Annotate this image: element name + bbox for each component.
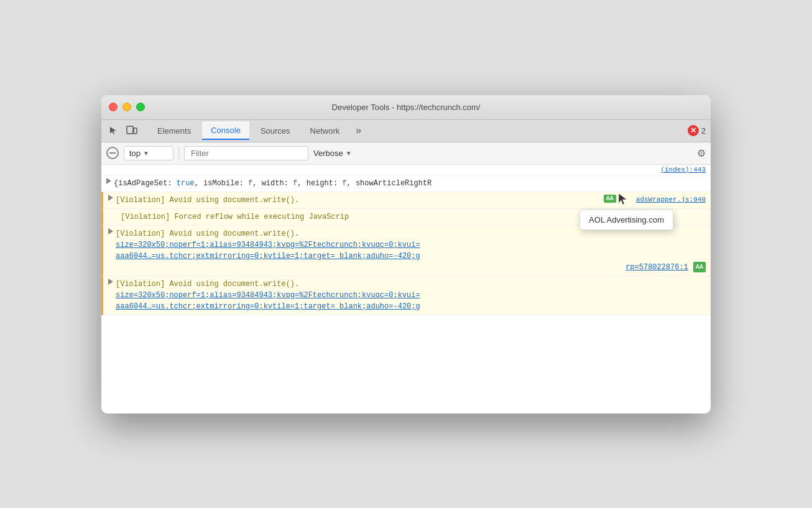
- tab-sources[interactable]: Sources: [252, 121, 299, 140]
- tab-more-button[interactable]: »: [351, 122, 366, 139]
- violation-source-link[interactable]: rp=578022876:1: [625, 262, 688, 273]
- settings-icon[interactable]: ⚙: [697, 147, 706, 159]
- error-badge: ✕ 2: [688, 125, 706, 136]
- console-row-violation-3: [Violation] Avoid using document.write()…: [101, 226, 711, 276]
- close-button[interactable]: [109, 103, 118, 111]
- tab-elements[interactable]: Elements: [149, 121, 200, 140]
- device-icon[interactable]: [125, 124, 139, 137]
- violation-link-1[interactable]: size=320x50;noperf=1;alias=93484943;kvpg…: [116, 241, 420, 249]
- console-message: [Violation] Avoid using document.write()…: [116, 279, 706, 312]
- chevron-down-icon: ▼: [143, 150, 149, 157]
- aa-badge-2: AA: [693, 262, 706, 272]
- tab-bar-right: ✕ 2: [688, 125, 706, 136]
- traffic-lights: [109, 103, 145, 111]
- error-count: 2: [701, 126, 706, 136]
- expand-icon[interactable]: [108, 195, 113, 201]
- violation-link-4[interactable]: aaa6044…=us.tchcr;extmirroring=0;kvtile=…: [116, 302, 420, 311]
- clear-console-button[interactable]: [106, 147, 119, 159]
- tab-network[interactable]: Network: [302, 121, 349, 140]
- console-message: [Violation] Avoid using document.write()…: [116, 228, 706, 273]
- index-reference[interactable]: (index):443: [101, 165, 711, 175]
- violation-link-3[interactable]: size=320x50;noperf=1;alias=93484943;kvpg…: [116, 291, 420, 300]
- tooltip-popup: AOL Advertising.com: [579, 210, 673, 230]
- minimize-button[interactable]: [122, 103, 131, 111]
- error-icon: ✕: [688, 125, 699, 136]
- expand-icon[interactable]: [108, 228, 113, 234]
- console-message: {isAdPageSet: true, isMobile: f, width: …: [114, 178, 706, 189]
- separator: [178, 147, 179, 159]
- tab-console[interactable]: Console: [202, 121, 249, 140]
- tab-bar: Elements Console Sources Network » ✕ 2: [101, 120, 711, 142]
- source-link[interactable]: adsWrapper.js:940: [636, 195, 706, 203]
- filter-input[interactable]: [184, 146, 308, 160]
- violation-link-2[interactable]: aaa6044…=us.tchcr;extmirroring=0;kvtile=…: [116, 252, 420, 261]
- context-selector[interactable]: top ▼: [124, 146, 173, 160]
- window-title: Developer Tools - https://techcrunch.com…: [332, 103, 481, 112]
- console-row-violation-4: [Violation] Avoid using document.write()…: [101, 276, 711, 315]
- aa-badge: AA: [604, 195, 616, 203]
- expand-icon[interactable]: [106, 178, 111, 184]
- svg-rect-0: [127, 126, 133, 134]
- svg-rect-1: [134, 128, 137, 134]
- tab-icons: [106, 124, 139, 137]
- title-bar: Developer Tools - https://techcrunch.com…: [101, 95, 711, 120]
- console-message: [Violation] Avoid using document.write()…: [116, 195, 601, 206]
- console-row-violation-1: [Violation] Avoid using document.write()…: [101, 192, 711, 209]
- console-row: {isAdPageSet: true, isMobile: f, width: …: [101, 175, 711, 192]
- cursor-icon[interactable]: [106, 124, 120, 137]
- devtools-window: Developer Tools - https://techcrunch.com…: [101, 95, 711, 413]
- console-output: (index):443 {isAdPageSet: true, isMobile…: [101, 165, 711, 413]
- chevron-down-icon: ▼: [346, 150, 352, 157]
- expand-icon[interactable]: [108, 279, 113, 285]
- console-toolbar: top ▼ Verbose ▼ ⚙: [101, 142, 711, 165]
- maximize-button[interactable]: [136, 103, 145, 111]
- log-level-selector[interactable]: Verbose ▼: [313, 149, 352, 158]
